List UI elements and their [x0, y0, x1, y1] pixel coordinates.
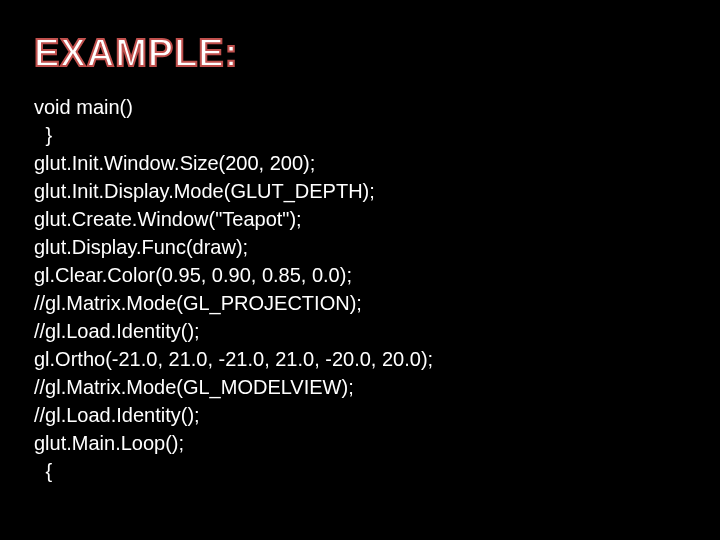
code-line-7: gl.Clear.Color(0.95, 0.90, 0.85, 0.0); — [34, 261, 720, 289]
code-line-4: glut.Init.Display.Mode(GLUT_DEPTH); — [34, 177, 720, 205]
code-block: void main() } glut.Init.Window.Size(200,… — [0, 93, 720, 485]
code-line-13: glut.Main.Loop(); — [34, 429, 720, 457]
code-line-2: } — [34, 121, 720, 149]
code-line-3: glut.Init.Window.Size(200, 200); — [34, 149, 720, 177]
slide: EXAMPLE: void main() } glut.Init.Window.… — [0, 0, 720, 540]
code-line-9: //gl.Load.Identity(); — [34, 317, 720, 345]
slide-heading: EXAMPLE: — [0, 0, 720, 75]
code-line-6: glut.Display.Func(draw); — [34, 233, 720, 261]
code-line-5: glut.Create.Window("Teapot"); — [34, 205, 720, 233]
code-line-14: { — [34, 457, 720, 485]
code-line-11: //gl.Matrix.Mode(GL_MODELVIEW); — [34, 373, 720, 401]
code-line-12: //gl.Load.Identity(); — [34, 401, 720, 429]
code-line-1: void main() — [34, 93, 720, 121]
code-line-10: gl.Ortho(-21.0, 21.0, -21.0, 21.0, -20.0… — [34, 345, 720, 373]
code-line-8: //gl.Matrix.Mode(GL_PROJECTION); — [34, 289, 720, 317]
